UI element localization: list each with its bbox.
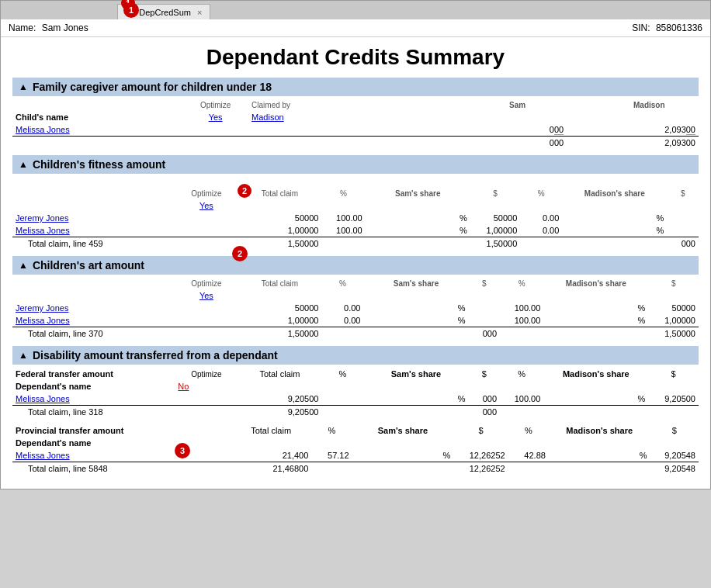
dis-fed-subtitle: Federal transfer amount bbox=[12, 368, 175, 380]
ca-mad-dollar-header: $ bbox=[648, 278, 699, 289]
dis-fed-pct-header: % bbox=[321, 368, 363, 380]
dis-prov-dollar-header: $ bbox=[453, 424, 508, 437]
fc-mad-dec: 00 bbox=[686, 125, 695, 135]
name-value: Sam Jones bbox=[42, 22, 88, 33]
ca-total-row: Total claim, line 370 1,50000 000 1,5000… bbox=[12, 327, 699, 341]
ca-total-claim-header: Total claim bbox=[238, 278, 321, 289]
table-row: Melissa Jones 1,00000 100.00 % 1,00000 0… bbox=[12, 224, 699, 237]
fc-claimed-by-value[interactable]: Madison bbox=[248, 111, 336, 123]
ca-sam-dollar-header: $ bbox=[469, 278, 501, 289]
page-content: Dependant Credits Summary ▲ Family careg… bbox=[1, 37, 710, 489]
dis-prov-mad-pct-header: % bbox=[508, 424, 549, 437]
dis-prov-mad-dollar-header: $ bbox=[650, 424, 699, 437]
fitness-chevron-icon[interactable]: ▲ bbox=[19, 159, 28, 170]
table-row: Melissa Jones 000 2,09300 bbox=[12, 123, 699, 137]
sin-value: 858061336 bbox=[656, 22, 702, 33]
dis-fed-optimize-header: Optimize bbox=[175, 368, 238, 380]
art-chevron-icon[interactable]: ▲ bbox=[19, 260, 28, 271]
dis-prov-subtitle: Provincial transfer amount bbox=[12, 424, 169, 437]
dis-fed-mad-header: Madison's share bbox=[543, 368, 648, 380]
table-row: Jeremy Jones 50000 100.00 % 50000 0.00 % bbox=[12, 212, 699, 224]
fc-claimedby-header: Claimed by bbox=[248, 99, 336, 111]
ca-melissa-jones-link[interactable]: Melissa Jones bbox=[16, 316, 70, 325]
fc-sam-dec: 00 bbox=[554, 125, 564, 135]
fc-optimize-value[interactable]: Yes bbox=[182, 111, 248, 123]
dis-prov-total-row: Total claim, line 5848 21,46800 12,26252… bbox=[12, 462, 699, 476]
disability-title: Disability amount transferred from a dep… bbox=[33, 349, 278, 361]
chevron-down-icon[interactable]: ▲ bbox=[19, 81, 28, 92]
cf-total-row: Total claim, line 459 1,50000 1,50000 00… bbox=[12, 237, 699, 251]
dis-fed-melissa-link[interactable]: Melissa Jones bbox=[16, 394, 70, 403]
fc-optimize-header: Optimize bbox=[182, 99, 248, 111]
dis-prov-total-label: Total claim, line 5848 bbox=[12, 462, 231, 476]
page-title: Dependant Credits Summary bbox=[12, 45, 699, 70]
dis-prov-total-header: Total claim bbox=[231, 424, 312, 437]
fc-melissa-jones-link[interactable]: Melissa Jones bbox=[16, 125, 70, 134]
family-caregiver-section-header: ▲ Family caregiver amount for children u… bbox=[12, 78, 699, 96]
ca-child-name-header bbox=[12, 289, 175, 302]
table-row: Jeremy Jones 50000 0.00 % 100.00 % 50000 bbox=[12, 302, 699, 314]
dis-prov-dep-row: Dependant's name bbox=[12, 437, 699, 449]
cf-mad-dollar-header: $ bbox=[667, 188, 699, 199]
table-row: Melissa Jones 9,20500 % 000 100.00 % 9,2… bbox=[12, 393, 699, 406]
tab-label: DepCredSum bbox=[139, 8, 191, 17]
cf-subheader-row: Yes bbox=[12, 199, 699, 212]
dis-prov-header-row: Provincial transfer amount Total claim %… bbox=[12, 424, 699, 437]
fc-child-name-header: Child's name bbox=[12, 111, 182, 123]
family-caregiver-table: Optimize Claimed by Sam Madison Child's … bbox=[12, 99, 699, 149]
cf-melissa-jones-link[interactable]: Melissa Jones bbox=[16, 226, 70, 235]
ca-subheader-row: Yes bbox=[12, 289, 699, 302]
fc-madison-header: Madison bbox=[600, 99, 699, 111]
main-window: 1 ✦* DepCredSum × Name: Sam Jones SIN: 8… bbox=[0, 0, 711, 489]
fc-total-row: 000 2,09300 bbox=[12, 137, 699, 150]
cf-optimize-value[interactable]: Yes bbox=[175, 199, 238, 212]
dis-prov-melissa-link[interactable]: Melissa Jones bbox=[16, 451, 70, 460]
ca-sam-share-header: Sam's share bbox=[363, 278, 468, 289]
disability-chevron-icon[interactable]: ▲ bbox=[19, 350, 28, 361]
ca-mad-share-header: Madison's share bbox=[543, 278, 648, 289]
childrens-art-section-header: ▲ Children's art amount bbox=[12, 256, 699, 275]
ca-optimize-header: Optimize bbox=[175, 278, 238, 289]
childrens-art-title: Children's art amount bbox=[33, 259, 144, 272]
dis-fed-dep-row: Dependant's name No bbox=[12, 380, 699, 393]
fc-sam-header: Sam bbox=[468, 99, 567, 111]
disability-federal-table: Federal transfer amount Optimize Total c… bbox=[12, 368, 699, 418]
family-caregiver-title: Family caregiver amount for children und… bbox=[33, 81, 272, 93]
ca-mad-pct-header: % bbox=[500, 278, 543, 289]
fc-subheader-row: Child's name Yes Madison bbox=[12, 111, 699, 123]
ca-pct-header: % bbox=[321, 278, 363, 289]
table-row: Melissa Jones 1,00000 0.00 % 100.00 % 1,… bbox=[12, 314, 699, 327]
dis-fed-optimize-value[interactable]: No bbox=[178, 382, 189, 391]
ca-optimize-value[interactable]: Yes bbox=[175, 289, 238, 302]
cf-mad-share-header: Madison's share bbox=[562, 188, 667, 199]
dis-fed-total-label: Total claim, line 318 bbox=[12, 406, 238, 419]
document-header: Name: Sam Jones SIN: 858061336 bbox=[1, 19, 710, 37]
tab-close-button[interactable]: × bbox=[197, 8, 202, 17]
fc-mad-int: 2,093 bbox=[664, 125, 686, 134]
dis-fed-subheader-row: Federal transfer amount Optimize Total c… bbox=[12, 368, 699, 380]
cf-total-label: Total claim, line 459 bbox=[12, 237, 238, 251]
ca-total-label: Total claim, line 370 bbox=[12, 327, 238, 341]
ca-jeremy-jones-link[interactable]: Jeremy Jones bbox=[16, 303, 68, 313]
childrens-fitness-table: Optimize Total claim % Sam's share $ % M… bbox=[12, 188, 699, 250]
dis-prov-pct-header: % bbox=[311, 424, 352, 437]
dis-fed-total-row: Total claim, line 318 9,20500 000 bbox=[12, 406, 699, 419]
sin-label: SIN: bbox=[632, 22, 650, 33]
cf-child-name-header bbox=[12, 199, 175, 212]
cf-jeremy-jones-link[interactable]: Jeremy Jones bbox=[16, 213, 68, 223]
childrens-fitness-title: Children's fitness amount bbox=[33, 158, 165, 171]
childrens-fitness-section-header: ▲ Children's fitness amount bbox=[12, 155, 699, 174]
dis-prov-mad-header: Madison's share bbox=[549, 424, 650, 437]
cf-sam-share-header: Sam's share bbox=[366, 188, 470, 199]
cf-mad-pct-header: % bbox=[520, 188, 562, 199]
dis-fed-dollar-header: $ bbox=[469, 368, 501, 380]
table-row: Melissa Jones 21,400 57.12 % 12,26252 42… bbox=[12, 449, 699, 462]
cf-pct-header: % bbox=[321, 188, 365, 199]
cf-sam-dollar-header: $ bbox=[470, 188, 521, 199]
dis-prov-dep-label: Dependant's name bbox=[12, 437, 169, 449]
name-label: Name: bbox=[9, 22, 36, 33]
cf-optimize-header: Optimize bbox=[175, 188, 238, 199]
dis-fed-total-header: Total claim bbox=[238, 368, 321, 380]
dis-fed-mad-dollar-header: $ bbox=[648, 368, 699, 380]
dis-fed-sam-header: Sam's share bbox=[363, 368, 468, 380]
